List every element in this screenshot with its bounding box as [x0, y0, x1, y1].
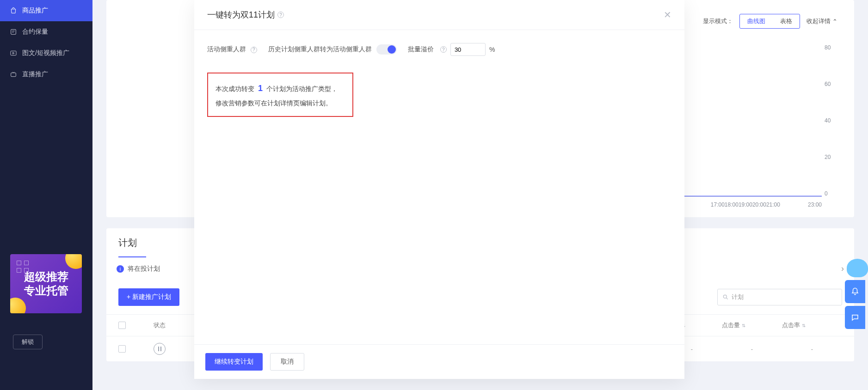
- opt-history: 历史计划侧重人群转为活动侧重人群: [268, 44, 397, 55]
- result-line-2: 修改营销参数可在计划详情页编辑计划。: [215, 97, 345, 110]
- result-count: 1: [256, 84, 265, 93]
- modal-header: 一键转为双11计划 ? ✕: [194, 0, 684, 30]
- premium-group: 批量溢价 ? %: [408, 43, 495, 56]
- cancel-button[interactable]: 取消: [270, 353, 304, 371]
- help-icon[interactable]: ?: [277, 12, 284, 18]
- result-line-1: 本次成功转变 1 个计划为活动推广类型，: [215, 80, 345, 97]
- premium-input[interactable]: [450, 43, 486, 56]
- modal-options-row: 活动侧重人群 ? 历史计划侧重人群转为活动侧重人群 批量溢价 ? %: [207, 43, 671, 56]
- result-highlight-box: 本次成功转变 1 个计划为活动推广类型， 修改营销参数可在计划详情页编辑计划。: [207, 73, 353, 117]
- premium-label: 批量溢价: [408, 45, 434, 54]
- modal-body: 活动侧重人群 ? 历史计划侧重人群转为活动侧重人群 批量溢价 ? % 本次成功转…: [194, 30, 684, 344]
- modal-footer: 继续转变计划 取消: [194, 344, 684, 379]
- modal-overlay: 一键转为双11计划 ? ✕ 活动侧重人群 ? 历史计划侧重人群转为活动侧重人群 …: [0, 0, 868, 390]
- close-icon[interactable]: ✕: [664, 9, 671, 20]
- convert-plan-modal: 一键转为双11计划 ? ✕ 活动侧重人群 ? 历史计划侧重人群转为活动侧重人群 …: [194, 0, 684, 379]
- help-icon[interactable]: ?: [251, 47, 257, 53]
- modal-title: 一键转为双11计划: [207, 9, 275, 20]
- history-switch[interactable]: [376, 44, 397, 55]
- help-icon[interactable]: ?: [440, 46, 447, 53]
- opt-group-label: 活动侧重人群 ?: [207, 45, 257, 54]
- premium-unit: %: [489, 46, 495, 53]
- continue-button[interactable]: 继续转变计划: [205, 353, 263, 371]
- promo-title: 超级推荐 专业托管: [24, 270, 68, 298]
- opt-history-label: 历史计划侧重人群转为活动侧重人群: [268, 45, 372, 54]
